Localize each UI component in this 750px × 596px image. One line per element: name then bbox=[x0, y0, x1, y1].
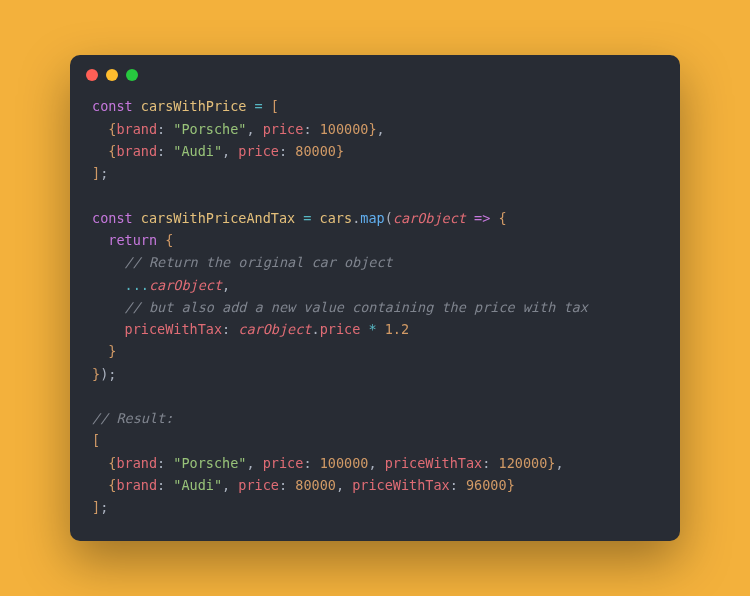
code-line: // Return the original car object bbox=[92, 254, 393, 270]
code-line: {brand: "Audi", price: 80000, priceWithT… bbox=[92, 477, 515, 493]
code-line: ...carObject, bbox=[92, 277, 230, 293]
code-line: priceWithTax: carObject.price * 1.2 bbox=[92, 321, 409, 337]
code-line: ]; bbox=[92, 165, 108, 181]
code-line: } bbox=[92, 343, 116, 359]
code-line: // Result: bbox=[92, 410, 173, 426]
code-line: {brand: "Porsche", price: 100000, priceW… bbox=[92, 455, 564, 471]
code-line: const carsWithPriceAndTax = cars.map(car… bbox=[92, 210, 507, 226]
code-line: return { bbox=[92, 232, 173, 248]
code-line: {brand: "Audi", price: 80000} bbox=[92, 143, 344, 159]
code-line: ]; bbox=[92, 499, 108, 515]
code-line: }); bbox=[92, 366, 116, 382]
maximize-icon[interactable] bbox=[126, 69, 138, 81]
code-line: [ bbox=[92, 432, 100, 448]
window-titlebar bbox=[70, 55, 680, 87]
minimize-icon[interactable] bbox=[106, 69, 118, 81]
code-window: const carsWithPrice = [ {brand: "Porsche… bbox=[70, 55, 680, 540]
close-icon[interactable] bbox=[86, 69, 98, 81]
code-line: const carsWithPrice = [ bbox=[92, 98, 279, 114]
code-line: // but also add a new value containing t… bbox=[92, 299, 588, 315]
code-block: const carsWithPrice = [ {brand: "Porsche… bbox=[70, 87, 680, 518]
code-line: {brand: "Porsche", price: 100000}, bbox=[92, 121, 385, 137]
